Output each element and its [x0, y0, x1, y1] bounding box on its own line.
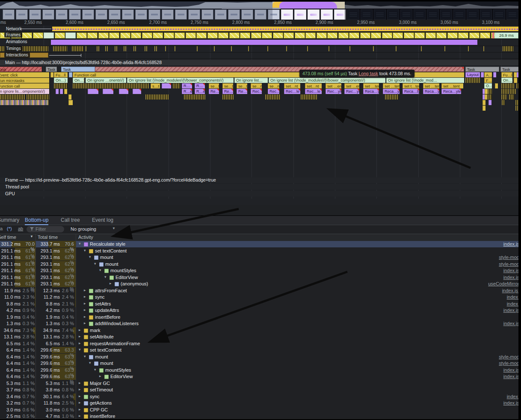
flame-block-rec-le[interactable]: Rec…le: [305, 89, 322, 94]
tree-expander[interactable]: ▸: [79, 400, 81, 405]
tree-expander[interactable]: ▾: [104, 275, 107, 279]
flame-block-se-t[interactable]: se…t: [209, 83, 219, 88]
frame-block[interactable]: [327, 32, 337, 38]
flame-block-layout[interactable]: Layout: [465, 72, 480, 77]
flame-block[interactable]: [385, 94, 399, 100]
table-row[interactable]: 6.4 ms1.4 %299.6 ms63.3 %▾mountstyle-mod: [0, 360, 518, 367]
flame-block-s-t[interactable]: s…t: [151, 83, 160, 88]
tree-expander[interactable]: ▾: [99, 268, 101, 272]
frame-block[interactable]: [55, 32, 65, 38]
table-row[interactable]: 291.1 ms61.6 %293.1 ms62.0 %▾mountstyle-…: [0, 254, 518, 261]
flame-block[interactable]: [133, 89, 141, 94]
flame-block[interactable]: [502, 100, 505, 105]
frame-block[interactable]: [458, 32, 468, 38]
filmstrip-thumbnail[interactable]: [255, 9, 266, 20]
flame-block[interactable]: [162, 83, 171, 88]
table-row[interactable]: 331.2 ms70.0 %333.7 ms70.6 %▾Recalculate…: [0, 241, 518, 247]
grouping-select[interactable]: No grouping: [71, 226, 96, 232]
tree-expander[interactable]: ▸: [79, 341, 81, 345]
filmstrip-thumbnail[interactable]: [148, 9, 160, 20]
tree-expander[interactable]: ▾: [84, 354, 86, 358]
source-link[interactable]: index.: [507, 301, 519, 306]
flame-block-set-ent[interactable]: set …ent: [344, 83, 359, 88]
flame-block-function-call[interactable]: Function call: [0, 83, 49, 88]
flame-block[interactable]: [184, 94, 205, 100]
table-row[interactable]: 291.1 ms61.6 %293.1 ms62.0 %▾set textCon…: [0, 248, 518, 254]
column-self-time[interactable]: Self time: [0, 235, 16, 240]
flame-block[interactable]: [56, 89, 59, 94]
flame-block-reca-yle[interactable]: Reca…yle: [441, 89, 461, 94]
tree-expander[interactable]: ▸: [79, 394, 81, 398]
frame-block[interactable]: [360, 32, 370, 38]
frame-block[interactable]: [218, 32, 228, 38]
flame-block[interactable]: [488, 100, 491, 105]
flame-block-set-t-tent[interactable]: set t…tent: [403, 83, 419, 88]
source-link[interactable]: index.js: [503, 275, 519, 280]
table-row[interactable]: 2.5 ms0.5 %4.7 ms1.0 %▸insertBefore: [0, 413, 518, 420]
source-link[interactable]: index.js: [503, 374, 519, 379]
filmstrip-thumbnail[interactable]: [241, 9, 253, 20]
table-row[interactable]: 291.1 ms61.6 %293.1 ms62.0 %▸(anonymous)…: [0, 281, 518, 287]
filmstrip-thumbnail[interactable]: [493, 9, 505, 20]
animations-track[interactable]: Animations: [0, 39, 521, 46]
flame-block-rec-le[interactable]: Rec…le: [251, 89, 262, 94]
flame-block[interactable]: [509, 94, 514, 100]
flame-block[interactable]: [69, 72, 72, 77]
table-row[interactable]: 11.9 ms2.5 %12.3 ms2.6 %▸attrsFromFaceti…: [0, 288, 518, 294]
flame-block[interactable]: [495, 83, 498, 88]
filmstrip-thumbnail[interactable]: [321, 9, 333, 20]
flame-block-se-t[interactable]: se…t: [237, 83, 247, 88]
tree-expander[interactable]: ▸: [79, 387, 81, 391]
frame-block[interactable]: [131, 32, 141, 38]
tree-expander[interactable]: ▾: [89, 255, 91, 259]
filmstrip-thumbnail[interactable]: [308, 9, 320, 20]
flame-block-r-e[interactable]: R…e: [195, 89, 205, 94]
table-row[interactable]: 34.6 ms7.3 %34.9 ms7.4 %▸mark: [0, 327, 518, 334]
frame-block[interactable]: [382, 32, 392, 38]
flame-block-set-nt[interactable]: set…nt: [284, 83, 300, 88]
interactions-track[interactable]: Interactions: [0, 52, 521, 59]
frame-block[interactable]: [77, 32, 87, 38]
animation-bar[interactable]: [51, 40, 477, 45]
tree-expander[interactable]: ▸: [84, 321, 86, 325]
dropped-frame[interactable]: [492, 32, 494, 38]
table-row[interactable]: 291.1 ms61.6 %293.1 ms62.0 %▾mountStyles…: [0, 267, 518, 274]
table-row[interactable]: 1.3 ms0.3 %1.3 ms0.3 %▸addWindowListener…: [0, 320, 518, 327]
gpu-header[interactable]: GPU: [0, 191, 521, 197]
filmstrip-thumbnail[interactable]: [268, 9, 280, 20]
tree-expander[interactable]: ▸: [84, 294, 86, 299]
frame-block[interactable]: [426, 32, 436, 38]
frame-track-header[interactable]: Frame — https://id-preview--bd53fd9d-728…: [0, 177, 521, 183]
source-link[interactable]: index.js: [503, 241, 519, 247]
frame-block[interactable]: [98, 32, 109, 38]
filmstrip-thumbnail[interactable]: [201, 9, 213, 20]
table-row[interactable]: 6.4 ms1.4 %299.6 ms63.3 %▾set textConten…: [0, 347, 518, 353]
flame-block-task[interactable]: Task: [465, 67, 499, 72]
network-requests-bar[interactable]: [52, 26, 518, 31]
frame-block[interactable]: [120, 32, 130, 38]
tree-expander[interactable]: ▸: [84, 308, 86, 312]
table-row[interactable]: 9.8 ms2.1 %9.8 ms2.1 %▸setAttrsindex.: [0, 301, 518, 307]
frame-block[interactable]: [175, 32, 185, 38]
table-row[interactable]: 291.1 ms61.6 %293.1 ms62.0 %▾mountstyle-…: [0, 261, 518, 267]
frame-block[interactable]: [480, 32, 490, 38]
flame-block-reca-yle[interactable]: Reca…yle: [363, 89, 379, 94]
flame-block-o-[interactable]: O…: [484, 83, 492, 88]
filmstrip-thumbnail[interactable]: [69, 9, 81, 20]
frame-block[interactable]: [87, 32, 98, 38]
tree-expander[interactable]: ▸: [79, 414, 81, 418]
frame-block[interactable]: [164, 32, 174, 38]
flame-block[interactable]: [222, 94, 234, 100]
flame-block[interactable]: [60, 89, 63, 94]
flame-block[interactable]: [68, 100, 73, 105]
filmstrip-thumbnail[interactable]: [3, 9, 15, 20]
flame-block-fu-ll[interactable]: Fu…ll: [501, 72, 512, 77]
table-row[interactable]: 3.7 ms0.8 %3.8 ms0.8 %▸setTimeout: [0, 387, 518, 393]
filmstrip-thumbnail[interactable]: [109, 9, 121, 20]
flame-block[interactable]: [73, 83, 149, 88]
frame-block[interactable]: [338, 32, 349, 38]
filmstrip-thumbnail[interactable]: [294, 9, 306, 20]
frame-block[interactable]: [393, 32, 403, 38]
main-thread-header[interactable]: Main — http://localhost:3000/projects/bd…: [0, 60, 521, 65]
flame-block[interactable]: [27, 94, 49, 100]
